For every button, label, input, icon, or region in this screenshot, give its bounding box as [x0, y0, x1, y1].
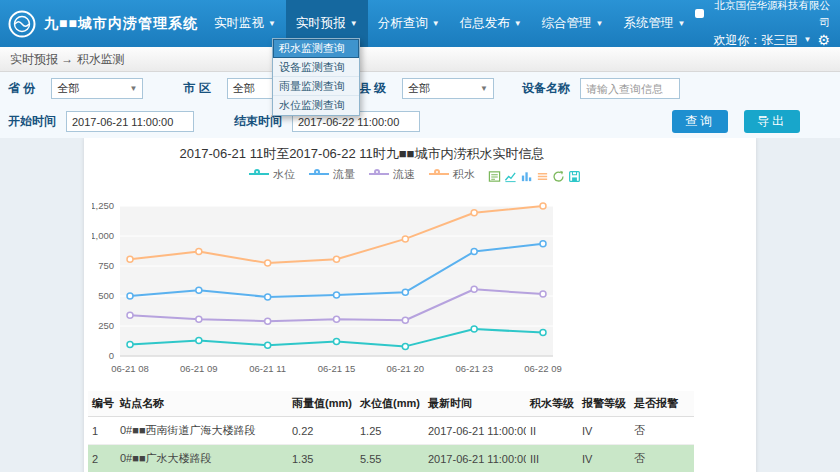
svg-text:0: 0: [109, 350, 114, 361]
chart-card: 2017-06-21 11时至2017-06-22 11时九■■城市内涝积水实时…: [92, 146, 632, 391]
legend-marker-icon: [369, 169, 389, 179]
legend-marker-icon: [429, 169, 449, 179]
table-row[interactable]: 10#■■西南街道广海大楼路段0.221.252017-06-21 11:00:…: [88, 417, 694, 445]
topbar-right: 北京国信华源科技有限公司 欢迎你：张三国▼⚙: [695, 0, 830, 50]
legend-item-流量[interactable]: 流量: [309, 167, 355, 182]
legend-item-流速[interactable]: 流速: [369, 167, 415, 182]
toolbox-stack-icon[interactable]: [536, 170, 549, 183]
table-cell: 2017-06-21 11:00:00: [424, 417, 526, 445]
app-logo-icon: [8, 10, 36, 38]
company-name: 北京国信华源科技有限公司: [695, 0, 830, 31]
table-cell: 2017-06-21 11:00:00: [424, 445, 526, 472]
table-cell: 1.25: [356, 417, 424, 445]
table-cell: IV: [578, 417, 630, 445]
nav-item-analysis-query[interactable]: 分析查询▼: [368, 0, 450, 47]
county-label: 县 级: [359, 80, 386, 97]
dropdown-item-device-query[interactable]: 设备监测查询: [273, 58, 359, 77]
legend-marker-icon: [249, 169, 269, 179]
svg-text:06-21 09: 06-21 09: [180, 363, 218, 374]
table-header-cell: 报警等级: [578, 391, 630, 417]
svg-text:06-21 15: 06-21 15: [318, 363, 356, 374]
svg-text:06-21 11: 06-21 11: [249, 363, 286, 374]
svg-text:06-22 09: 06-22 09: [524, 363, 562, 374]
table-header-cell: 积水等级: [526, 391, 578, 417]
station-table-header-row: 编号站点名称雨量值(mm)水位值(mm)最新时间积水等级报警等级是否报警: [88, 391, 694, 417]
province-select[interactable]: 全部▼: [51, 78, 143, 99]
legend-item-积水[interactable]: 积水: [429, 167, 475, 182]
filter-row-1: 省 份 全部▼ 市 区 全部▼ 县 级 全部▼ 设备名称: [0, 72, 840, 105]
nav-item-comprehensive-mgmt[interactable]: 综合管理▼: [532, 0, 614, 47]
legend-item-水位[interactable]: 水位: [249, 167, 295, 182]
chevron-down-icon: ▼: [350, 19, 358, 28]
query-button[interactable]: 查询: [672, 110, 728, 133]
chart-toolbox: [488, 170, 581, 183]
topbar: 九■■城市内涝管理系统 实时监视▼ 实时预报▼ 分析查询▼ 信息发布▼ 综合管理…: [0, 0, 840, 47]
chevron-down-icon: ▼: [596, 19, 604, 28]
toolbox-restore-icon[interactable]: [552, 170, 565, 183]
chevron-down-icon: ▼: [514, 19, 522, 28]
welcome-user[interactable]: 欢迎你：张三国▼⚙: [695, 31, 830, 50]
table-header-cell: 编号: [88, 391, 116, 417]
dropdown-item-water-accumulation-query[interactable]: 积水监测查询: [273, 39, 359, 58]
table-cell: 否: [630, 445, 694, 472]
svg-text:500: 500: [98, 290, 114, 301]
toolbox-bar-chart-icon[interactable]: [520, 170, 533, 183]
line-chart[interactable]: 02505007501,0001,25006-21 0806-21 0906-2…: [92, 184, 632, 388]
station-table: 编号站点名称雨量值(mm)水位值(mm)最新时间积水等级报警等级是否报警 10#…: [88, 391, 694, 472]
table-header-cell: 是否报警: [630, 391, 694, 417]
chevron-down-icon: ▼: [678, 19, 686, 28]
table-header-cell: 雨量值(mm): [288, 391, 356, 417]
city-label: 市 区: [183, 80, 210, 97]
svg-text:250: 250: [98, 320, 114, 331]
chevron-down-icon: ▼: [480, 84, 488, 93]
svg-text:1,250: 1,250: [92, 200, 114, 211]
table-header-cell: 最新时间: [424, 391, 526, 417]
device-name-label: 设备名称: [522, 80, 570, 97]
company-logo-icon: [695, 9, 704, 18]
app-title: 九■■城市内涝管理系统: [44, 15, 198, 33]
legend-marker-icon: [309, 169, 329, 179]
chevron-down-icon: ▼: [432, 19, 440, 28]
filter-row-2: 开始时间 结束时间 查询 导出: [0, 105, 840, 138]
export-button[interactable]: 导出: [744, 110, 800, 133]
nav-item-info-publish[interactable]: 信息发布▼: [450, 0, 532, 47]
breadcrumb: 实时预报 → 积水监测: [0, 47, 840, 72]
table-cell: 1.35: [288, 445, 356, 472]
table-cell: 0#■■西南街道广海大楼路段: [116, 417, 288, 445]
svg-text:750: 750: [98, 260, 114, 271]
dropdown-item-water-level-query[interactable]: 水位监测查询: [273, 96, 359, 115]
toolbox-data-view-icon[interactable]: [488, 170, 501, 183]
content-panel: 2017-06-21 11时至2017-06-22 11时九■■城市内涝积水实时…: [84, 138, 756, 472]
nav-dropdown-menu: 积水监测查询 设备监测查询 雨量监测查询 水位监测查询: [272, 38, 360, 116]
toolbox-save-image-icon[interactable]: [568, 170, 581, 183]
chevron-down-icon: ▼: [268, 19, 276, 28]
svg-text:1,000: 1,000: [92, 230, 114, 241]
county-select[interactable]: 全部▼: [402, 78, 494, 99]
start-time-input[interactable]: [66, 111, 194, 132]
table-header-cell: 水位值(mm): [356, 391, 424, 417]
table-cell: 1: [88, 417, 116, 445]
table-cell: 0.22: [288, 417, 356, 445]
table-cell: 5.55: [356, 445, 424, 472]
chevron-down-icon: ▼: [804, 34, 812, 47]
table-header-cell: 站点名称: [116, 391, 288, 417]
station-table-body: 10#■■西南街道广海大楼路段0.221.252017-06-21 11:00:…: [88, 417, 694, 472]
app-root: 九■■城市内涝管理系统 实时监视▼ 实时预报▼ 分析查询▼ 信息发布▼ 综合管理…: [0, 0, 840, 472]
chart-title: 2017-06-21 11时至2017-06-22 11时九■■城市内涝积水实时…: [92, 146, 632, 162]
svg-text:06-21 08: 06-21 08: [111, 363, 149, 374]
table-cell: IV: [578, 445, 630, 472]
device-name-input[interactable]: [580, 78, 680, 99]
chevron-down-icon: ▼: [129, 84, 137, 93]
table-cell: 否: [630, 417, 694, 445]
province-label: 省 份: [8, 80, 35, 97]
table-row[interactable]: 20#■■广水大楼路段1.355.552017-06-21 11:00:00II…: [88, 445, 694, 472]
svg-text:06-21 23: 06-21 23: [455, 363, 493, 374]
toolbox-line-chart-icon[interactable]: [504, 170, 517, 183]
table-cell: III: [526, 445, 578, 472]
table-cell: 2: [88, 445, 116, 472]
dropdown-item-rainfall-query[interactable]: 雨量监测查询: [273, 77, 359, 96]
nav-item-system-mgmt[interactable]: 系统管理▼: [614, 0, 696, 47]
start-time-label: 开始时间: [8, 113, 56, 130]
svg-text:06-21 20: 06-21 20: [387, 363, 425, 374]
gear-icon[interactable]: ⚙: [817, 33, 830, 47]
